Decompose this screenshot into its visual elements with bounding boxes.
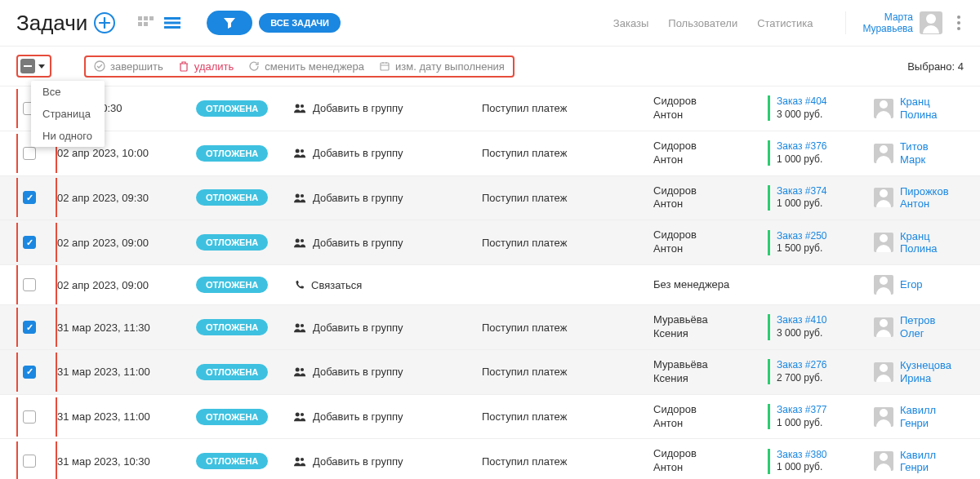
order-link[interactable]: Заказ #250 [777, 230, 874, 243]
task-label: Добавить в группу [313, 366, 403, 378]
event-cell: Поступил платеж [482, 366, 653, 378]
refresh-icon [248, 60, 260, 72]
row-checkbox[interactable] [23, 236, 36, 249]
manager-cell: СидоровАнтон [653, 447, 768, 475]
status-badge: ОТЛОЖЕНА [196, 319, 268, 335]
client-link[interactable]: ПетровОлег [900, 314, 935, 339]
svg-point-15 [301, 194, 304, 197]
table-row: 31 мар 2023, 11:30 ОТЛОЖЕНА Добавить в г… [0, 304, 980, 349]
order-amount: 1 500 руб. [777, 242, 874, 255]
status-cell: ОТЛОЖЕНА [196, 100, 294, 117]
client-link[interactable]: ПирожковАнтон [900, 185, 949, 211]
svg-rect-4 [144, 22, 148, 26]
select-all-checkbox[interactable] [20, 59, 35, 73]
delete-action[interactable]: удалить [178, 60, 234, 73]
change-date-action[interactable]: изм. дату выполнения [379, 60, 505, 73]
avatar-icon [874, 188, 893, 207]
row-checkbox[interactable] [23, 455, 36, 468]
svg-point-23 [301, 413, 304, 416]
title-area: Задачи [16, 11, 115, 36]
svg-rect-5 [164, 17, 180, 20]
table-row: 02 апр 2023, 09:00 ОТЛОЖЕНА Добавить в г… [0, 220, 980, 264]
order-link[interactable]: Заказ #410 [777, 314, 874, 327]
event-cell: Поступил платеж [482, 237, 653, 249]
task-label: Добавить в группу [313, 147, 403, 159]
check-circle-icon [94, 60, 105, 72]
svg-point-14 [296, 193, 300, 197]
order-link[interactable]: Заказ #276 [777, 359, 874, 372]
order-link[interactable]: Заказ #376 [777, 140, 874, 153]
select-all-box [16, 55, 51, 78]
order-amount: 1 000 руб. [777, 197, 874, 211]
complete-label: завершить [110, 60, 163, 73]
client-link[interactable]: КранцПолина [900, 95, 938, 121]
client-cell: КранцПолина [874, 230, 980, 255]
page-title: Задачи [16, 11, 87, 36]
status-cell: ОТЛОЖЕНА [196, 234, 294, 251]
kanban-icon [138, 16, 154, 29]
table-row: р 2023, 10:30 ОТЛОЖЕНА Добавить в группу… [0, 86, 980, 131]
manager-cell: Без менеджера [653, 278, 768, 292]
client-cell: ПетровОлег [874, 314, 980, 339]
avatar-icon [874, 99, 893, 118]
status-cell: ОТЛОЖЕНА [196, 453, 294, 469]
group-icon [294, 456, 306, 467]
group-icon [294, 366, 306, 377]
avatar-icon [920, 11, 942, 34]
complete-action[interactable]: завершить [94, 60, 163, 73]
nav-orders[interactable]: Заказы [613, 17, 648, 29]
filter-button[interactable] [207, 11, 252, 35]
row-checkbox[interactable] [23, 191, 36, 204]
status-cell: ОТЛОЖЕНА [196, 145, 294, 162]
add-task-button[interactable] [94, 12, 115, 33]
all-tasks-pill[interactable]: ВСЕ ЗАДАЧИ [259, 13, 341, 33]
nav-users[interactable]: Пользователи [668, 17, 737, 29]
order-link[interactable]: Заказ #374 [777, 185, 874, 198]
order-link[interactable]: Заказ #377 [777, 404, 874, 417]
user-area[interactable]: Марта Муравьева [845, 11, 964, 35]
row-checkbox[interactable] [23, 321, 36, 334]
kebab-menu[interactable] [954, 12, 964, 33]
order-link[interactable]: Заказ #404 [777, 95, 874, 109]
status-badge: ОТЛОЖЕНА [196, 234, 268, 251]
order-amount: 1 000 руб. [777, 461, 874, 474]
chevron-down-icon[interactable] [38, 64, 45, 69]
date-cell: 02 апр 2023, 09:30 [57, 192, 196, 204]
client-link[interactable]: КавиллГенри [900, 449, 936, 474]
dropdown-page[interactable]: Страница [31, 103, 105, 125]
task-cell: Добавить в группу [294, 102, 482, 114]
svg-point-10 [296, 104, 300, 109]
date-cell: 02 апр 2023, 10:00 [57, 147, 196, 159]
svg-rect-1 [144, 16, 148, 20]
client-link[interactable]: ТитовМарк [900, 140, 929, 166]
order-cell: Заказ #250 1 500 руб. [768, 230, 874, 255]
status-cell: ОТЛОЖЕНА [196, 189, 294, 206]
manager-cell: МуравьёваКсения [653, 358, 768, 386]
list-view-button[interactable] [161, 13, 184, 33]
change-manager-action[interactable]: сменить менеджера [248, 60, 364, 73]
row-checkbox[interactable] [23, 278, 36, 291]
order-cell: Заказ #380 1 000 руб. [768, 449, 874, 474]
status-badge: ОТЛОЖЕНА [196, 453, 268, 469]
user-name: Марта Муравьева [862, 11, 913, 35]
order-amount: 2 700 руб. [777, 372, 874, 385]
row-checkbox[interactable] [23, 366, 36, 379]
dropdown-none[interactable]: Ни одного [31, 125, 105, 147]
client-cell: КавиллГенри [874, 404, 980, 429]
task-cell: Связаться [294, 279, 482, 291]
client-link[interactable]: КранцПолина [900, 230, 938, 255]
date-cell: 31 мар 2023, 11:30 [57, 322, 196, 334]
svg-rect-2 [149, 16, 154, 20]
client-link[interactable]: КавиллГенри [900, 404, 936, 429]
dropdown-all[interactable]: Все [31, 81, 105, 103]
client-link[interactable]: Егор [900, 278, 923, 291]
kanban-view-button[interactable] [135, 13, 158, 33]
task-cell: Добавить в группу [294, 455, 482, 468]
task-cell: Добавить в группу [294, 322, 482, 334]
order-link[interactable]: Заказ #380 [777, 449, 874, 462]
row-checkbox[interactable] [23, 147, 36, 160]
row-checkbox[interactable] [23, 410, 36, 424]
nav-stats[interactable]: Статистика [757, 17, 813, 29]
client-link[interactable]: КузнецоваИрина [900, 359, 951, 384]
group-icon [294, 411, 306, 422]
